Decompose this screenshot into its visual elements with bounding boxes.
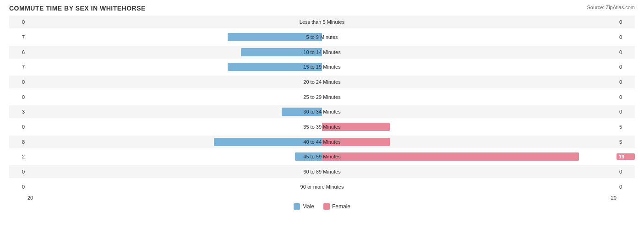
bars-center: 15 to 19 Minutes (27, 60, 617, 73)
left-value: 0 (9, 169, 27, 174)
bar-row: 75 to 9 Minutes0 (9, 31, 635, 43)
bar-row: 090 or more Minutes0 (9, 180, 635, 193)
row-container: 0Less than 5 Minutes075 to 9 Minutes0610… (9, 15, 635, 194)
bar-label: 25 to 29 Minutes (303, 94, 340, 100)
female-bar (322, 152, 579, 161)
bars-center: 35 to 39 Minutes (27, 120, 617, 133)
axis-right-val: 20 (611, 195, 617, 201)
bars-center: 45 to 59 Minutes (27, 150, 617, 163)
left-value: 6 (9, 49, 27, 55)
bar-row: 245 to 59 Minutes19 (9, 150, 635, 163)
female-swatch (323, 203, 330, 210)
bars-center: 60 to 89 Minutes (27, 165, 617, 178)
bar-row: 715 to 19 Minutes0 (9, 60, 635, 73)
left-value: 3 (9, 109, 27, 114)
bar-label: 90 or more Minutes (300, 184, 344, 190)
bars-center: 5 to 9 Minutes (27, 31, 617, 43)
right-value: 19 (617, 153, 635, 160)
bar-label: 60 to 89 Minutes (303, 169, 340, 174)
right-value: 0 (617, 19, 635, 25)
left-value: 0 (9, 19, 27, 25)
bar-row: 060 to 89 Minutes0 (9, 165, 635, 178)
chart-title: COMMUTE TIME BY SEX IN WHITEHORSE (9, 5, 635, 12)
left-value: 2 (9, 154, 27, 159)
source-text: Source: ZipAtlas.com (587, 5, 635, 10)
bar-label: 35 to 39 Minutes (303, 124, 340, 130)
bars-center: 90 or more Minutes (27, 180, 617, 193)
right-value: 5 (617, 139, 635, 145)
left-value: 0 (9, 184, 27, 190)
left-value: 8 (9, 139, 27, 145)
right-value: 0 (617, 79, 635, 85)
bar-row: 330 to 34 Minutes0 (9, 105, 635, 118)
right-value: 0 (617, 184, 635, 190)
right-value: 0 (617, 94, 635, 100)
chart-container: COMMUTE TIME BY SEX IN WHITEHORSE Source… (0, 0, 644, 239)
bar-row: 020 to 24 Minutes0 (9, 76, 635, 88)
left-value: 0 (9, 79, 27, 85)
left-value: 0 (9, 124, 27, 130)
bars-center: 30 to 34 Minutes (27, 105, 617, 118)
bar-label: Less than 5 Minutes (300, 19, 344, 25)
right-value: 0 (617, 169, 635, 174)
left-value: 7 (9, 64, 27, 70)
right-value: 0 (617, 49, 635, 55)
bar-label: 45 to 59 Minutes (303, 154, 340, 159)
bar-row: 840 to 44 Minutes5 (9, 136, 635, 148)
bars-center: Less than 5 Minutes (27, 16, 617, 28)
bar-row: 610 to 14 Minutes0 (9, 46, 635, 59)
axis-left-val: 20 (27, 195, 33, 201)
bar-label: 20 to 24 Minutes (303, 79, 340, 85)
male-swatch (294, 203, 300, 210)
left-value: 0 (9, 94, 27, 100)
bar-label: 30 to 34 Minutes (303, 109, 340, 114)
bars-center: 40 to 44 Minutes (27, 136, 617, 148)
bar-row: 035 to 39 Minutes5 (9, 120, 635, 133)
bars-center: 10 to 14 Minutes (27, 46, 617, 59)
legend-female: Female (323, 203, 350, 210)
bar-label: 10 to 14 Minutes (303, 49, 340, 55)
bar-label: 5 to 9 Minutes (306, 34, 338, 40)
bar-label: 40 to 44 Minutes (303, 139, 340, 145)
right-value: 0 (617, 34, 635, 40)
bar-row: 0Less than 5 Minutes0 (9, 16, 635, 28)
legend: Male Female (9, 203, 635, 210)
axis-bottom: 20 20 (9, 195, 635, 201)
legend-male: Male (294, 203, 314, 210)
bar-label: 15 to 19 Minutes (303, 64, 340, 70)
right-value: 0 (617, 64, 635, 70)
right-value: 0 (617, 109, 635, 114)
bar-row: 025 to 29 Minutes0 (9, 91, 635, 103)
male-label: Male (302, 203, 314, 210)
bars-center: 20 to 24 Minutes (27, 76, 617, 88)
female-label: Female (332, 203, 350, 210)
chart-area: 0Less than 5 Minutes075 to 9 Minutes0610… (9, 15, 635, 208)
left-value: 7 (9, 34, 27, 40)
bars-center: 25 to 29 Minutes (27, 91, 617, 103)
right-value: 5 (617, 124, 635, 130)
